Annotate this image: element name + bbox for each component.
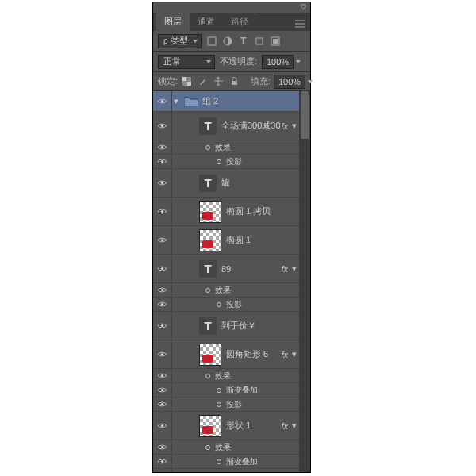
layer-label[interactable]: 椭圆 1 拷贝 bbox=[226, 205, 310, 217]
layer-shape[interactable]: 圆角矩形 6 fx ▾ bbox=[153, 340, 310, 369]
svg-point-12 bbox=[161, 160, 163, 163]
visibility-toggle[interactable] bbox=[153, 440, 172, 454]
filter-adjust-icon[interactable] bbox=[221, 34, 235, 48]
visibility-toggle[interactable] bbox=[153, 383, 172, 397]
layer-shape[interactable]: 椭圆 1 拷贝 bbox=[153, 198, 310, 226]
lock-row: 锁定: 填充: 100% bbox=[153, 72, 310, 91]
visibility-toggle[interactable] bbox=[153, 397, 172, 411]
visibility-toggle[interactable] bbox=[153, 255, 172, 282]
visibility-toggle[interactable] bbox=[153, 226, 172, 254]
svg-rect-8 bbox=[232, 81, 237, 85]
visibility-toggle[interactable] bbox=[153, 140, 172, 154]
lock-move-icon[interactable] bbox=[213, 76, 224, 87]
visibility-toggle[interactable] bbox=[153, 412, 172, 440]
svg-rect-7 bbox=[187, 82, 191, 86]
filter-text-icon[interactable]: T bbox=[236, 34, 251, 48]
layer-filter-row: ρ 类型 T bbox=[153, 31, 310, 52]
filter-shape-icon[interactable] bbox=[252, 34, 267, 48]
layer-label[interactable]: 圆角矩形 6 bbox=[226, 348, 281, 360]
effect-row[interactable]: 效果 bbox=[153, 140, 310, 155]
visibility-toggle[interactable] bbox=[153, 469, 172, 472]
opacity-input[interactable]: 100% bbox=[262, 55, 294, 69]
tab-channels[interactable]: 通道 bbox=[190, 13, 223, 31]
scrollbar-thumb[interactable] bbox=[301, 91, 309, 139]
svg-point-16 bbox=[161, 267, 163, 270]
layer-group[interactable]: ▾ 组 2 bbox=[153, 91, 310, 112]
filter-kind-dropdown[interactable]: ρ 类型 bbox=[158, 34, 202, 48]
tab-layers[interactable]: 图层 bbox=[156, 13, 190, 31]
disclosure-icon[interactable]: ▾ bbox=[172, 96, 180, 106]
fx-badge: fx bbox=[281, 121, 288, 131]
collapse-icon[interactable] bbox=[300, 3, 307, 13]
layer-label[interactable]: 椭圆 1 bbox=[226, 234, 310, 246]
layer-text[interactable]: T 到手价￥ bbox=[153, 312, 310, 340]
layer-label[interactable]: 到手价￥ bbox=[221, 320, 310, 332]
layer-label[interactable]: 全场满300减30 bbox=[221, 120, 281, 132]
lock-transparency-icon[interactable] bbox=[181, 76, 192, 87]
layer-label[interactable]: 89 bbox=[221, 264, 281, 274]
text-layer-icon: T bbox=[199, 260, 217, 278]
visibility-toggle[interactable] bbox=[153, 91, 172, 111]
layer-text[interactable]: T 89 fx ▾ bbox=[153, 255, 310, 283]
tab-paths[interactable]: 路径 bbox=[223, 13, 256, 31]
visibility-toggle[interactable] bbox=[153, 312, 172, 340]
layer-label[interactable]: 组 2 bbox=[202, 95, 310, 107]
layer-shape[interactable]: 形状 1 拷贝 fx ▾ bbox=[153, 469, 310, 472]
effect-label: 渐变叠加 bbox=[226, 456, 258, 467]
scrollbar-track[interactable] bbox=[299, 91, 310, 472]
effect-row[interactable]: 效果 bbox=[153, 440, 310, 455]
effects-toggle-icon[interactable]: ▾ bbox=[290, 121, 299, 131]
effects-toggle-icon[interactable]: ▾ bbox=[290, 420, 299, 431]
effect-row[interactable]: 效果 bbox=[153, 369, 310, 383]
svg-point-10 bbox=[161, 125, 163, 127]
effect-dropshadow[interactable]: 投影 bbox=[153, 298, 310, 312]
svg-rect-0 bbox=[208, 37, 216, 45]
lock-icons bbox=[181, 76, 240, 87]
layer-label[interactable]: 罐 bbox=[221, 177, 310, 189]
visibility-toggle[interactable] bbox=[153, 155, 172, 168]
visibility-toggle[interactable] bbox=[153, 283, 172, 297]
effect-label: 投影 bbox=[226, 299, 242, 310]
filter-pixel-icon[interactable] bbox=[205, 34, 219, 48]
layer-text[interactable]: T 全场满300减30 fx ▾ bbox=[153, 112, 310, 140]
layer-list: ▾ 组 2 T 全场满300减30 fx ▾ 效果 投影 bbox=[153, 91, 310, 472]
fill-input[interactable]: 100% bbox=[274, 75, 305, 89]
effect-gradient[interactable]: 渐变叠加 bbox=[153, 383, 310, 397]
fx-badge: fx bbox=[281, 350, 288, 359]
layers-panel: 图层 通道 路径 ρ 类型 T 正常 不透明度: 100% 锁定: bbox=[152, 2, 311, 473]
panel-titlebar bbox=[153, 2, 310, 13]
effect-gradient[interactable]: 渐变叠加 bbox=[153, 455, 310, 469]
layer-label[interactable]: 形状 1 bbox=[226, 420, 281, 432]
effects-toggle-icon[interactable]: ▾ bbox=[290, 349, 299, 359]
effect-dropshadow[interactable]: 投影 bbox=[153, 155, 310, 169]
layer-shape[interactable]: 椭圆 1 bbox=[153, 226, 310, 255]
effects-label: 效果 bbox=[215, 142, 231, 153]
visibility-toggle[interactable] bbox=[153, 198, 172, 225]
panel-menu-icon[interactable] bbox=[293, 17, 307, 31]
visibility-toggle[interactable] bbox=[153, 298, 172, 311]
blend-mode-row: 正常 不透明度: 100% bbox=[153, 52, 310, 72]
layer-text[interactable]: T 罐 bbox=[153, 169, 310, 198]
visibility-toggle[interactable] bbox=[153, 169, 172, 197]
effect-label: 投影 bbox=[226, 399, 242, 410]
visibility-toggle[interactable] bbox=[153, 455, 172, 468]
svg-point-17 bbox=[161, 289, 163, 291]
effects-toggle-icon[interactable]: ▾ bbox=[290, 263, 299, 274]
blend-mode-dropdown[interactable]: 正常 bbox=[158, 55, 215, 69]
shape-thumb bbox=[199, 344, 221, 366]
lock-all-icon[interactable] bbox=[228, 76, 240, 87]
visibility-toggle[interactable] bbox=[153, 369, 172, 382]
lock-brush-icon[interactable] bbox=[197, 76, 208, 87]
svg-point-19 bbox=[161, 324, 163, 327]
visibility-toggle[interactable] bbox=[153, 340, 172, 368]
effect-dropshadow[interactable]: 投影 bbox=[153, 397, 310, 412]
effect-row[interactable]: 效果 bbox=[153, 283, 310, 298]
svg-point-22 bbox=[161, 389, 163, 391]
text-layer-icon: T bbox=[199, 175, 217, 192]
svg-point-9 bbox=[161, 100, 163, 102]
visibility-toggle[interactable] bbox=[153, 112, 172, 140]
effects-label: 效果 bbox=[215, 285, 231, 296]
layer-shape[interactable]: 形状 1 fx ▾ bbox=[153, 412, 310, 440]
text-layer-icon: T bbox=[199, 317, 217, 335]
filter-smart-icon[interactable] bbox=[268, 34, 282, 48]
